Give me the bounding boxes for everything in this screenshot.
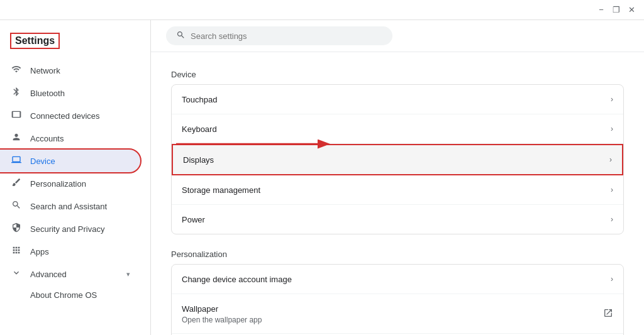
power-arrow-icon: › — [611, 215, 613, 224]
title-bar: − ❐ ✕ — [0, 0, 644, 20]
personalization-section-title: Personalization — [171, 250, 624, 259]
storage-arrow-icon: › — [611, 185, 613, 194]
account-image-label: Change device account image — [182, 275, 292, 284]
keyboard-arrow-icon: › — [611, 124, 613, 133]
sidebar-item-personalization[interactable]: Personalization — [0, 172, 140, 195]
sidebar-header: Settings — [0, 25, 150, 59]
close-button[interactable]: ✕ — [624, 3, 639, 18]
laptop-icon — [10, 155, 23, 167]
sidebar-item-device[interactable]: Device — [0, 150, 140, 172]
device-section-title: Device — [171, 70, 624, 79]
search-bar-icon — [176, 30, 186, 41]
touchpad-arrow-icon: › — [611, 95, 613, 104]
bluetooth-label: Bluetooth — [30, 89, 130, 98]
power-item[interactable]: Power › — [172, 205, 623, 234]
advanced-label: Advanced — [30, 270, 119, 279]
sidebar-item-accounts[interactable]: Accounts — [0, 127, 140, 150]
sidebar-item-about[interactable]: About Chrome OS — [0, 285, 140, 305]
keyboard-label: Keyboard — [182, 124, 217, 134]
device-card: Touchpad › Keyboard › Displays › — [171, 84, 624, 234]
sidebar-item-search-assistant[interactable]: Search and Assistant — [0, 195, 140, 217]
sidebar-item-connected-devices[interactable]: Connected devices — [0, 104, 140, 127]
account-image-item[interactable]: Change device account image › — [172, 265, 623, 294]
maximize-button[interactable]: ❐ — [609, 3, 624, 18]
apps-label: Apps — [30, 247, 130, 256]
settings-title: Settings — [10, 33, 60, 49]
accounts-label: Accounts — [30, 134, 130, 143]
app-body: Settings Network Bluetooth Connected dev… — [0, 20, 644, 335]
search-input[interactable] — [191, 31, 382, 41]
touchpad-label: Touchpad — [182, 95, 217, 104]
header — [151, 20, 644, 52]
brush-icon — [10, 177, 23, 190]
storage-label: Storage management — [182, 185, 260, 195]
connected-devices-label: Connected devices — [30, 111, 130, 121]
wifi-icon — [10, 64, 23, 77]
bluetooth-icon — [10, 87, 23, 99]
displays-label: Displays — [183, 155, 214, 165]
shield-icon — [10, 222, 23, 235]
security-privacy-label: Security and Privacy — [30, 224, 130, 234]
search-icon — [10, 200, 23, 212]
touchpad-item[interactable]: Touchpad › — [172, 85, 623, 114]
sidebar-item-bluetooth[interactable]: Bluetooth — [0, 82, 140, 104]
advanced-chevron-icon: ▾ — [126, 270, 130, 278]
device-label: Device — [30, 157, 130, 166]
wallpaper-external-icon — [603, 308, 613, 320]
wallpaper-item[interactable]: Wallpaper Open the wallpaper app — [172, 294, 623, 334]
wallpaper-label: Wallpaper — [182, 304, 218, 314]
account-image-arrow-icon: › — [611, 275, 613, 283]
sidebar-item-security-privacy[interactable]: Security and Privacy — [0, 217, 140, 240]
personalization-card: Change device account image › Wallpaper … — [171, 264, 624, 335]
storage-item[interactable]: Storage management › — [172, 175, 623, 205]
displays-item[interactable]: Displays › — [172, 144, 623, 175]
search-assistant-label: Search and Assistant — [30, 202, 130, 211]
sidebar-item-advanced[interactable]: Advanced ▾ — [0, 263, 140, 285]
person-icon — [10, 132, 23, 145]
power-label: Power — [182, 215, 205, 224]
apps-icon — [10, 245, 23, 258]
search-bar — [166, 26, 392, 45]
content-area: Device Touchpad › Keyboard › — [151, 52, 644, 335]
tablet-icon — [10, 109, 23, 122]
keyboard-item[interactable]: Keyboard › — [172, 114, 623, 144]
about-label: About Chrome OS — [30, 290, 130, 300]
displays-arrow-icon: › — [609, 155, 612, 164]
network-label: Network — [30, 66, 130, 75]
sidebar-item-apps[interactable]: Apps — [0, 240, 140, 263]
personalization-label: Personalization — [30, 179, 130, 189]
minimize-button[interactable]: − — [594, 3, 609, 18]
sidebar-item-network[interactable]: Network — [0, 59, 140, 82]
sidebar: Settings Network Bluetooth Connected dev… — [0, 20, 151, 335]
expand-icon — [10, 268, 23, 280]
wallpaper-sublabel: Open the wallpaper app — [182, 316, 603, 324]
